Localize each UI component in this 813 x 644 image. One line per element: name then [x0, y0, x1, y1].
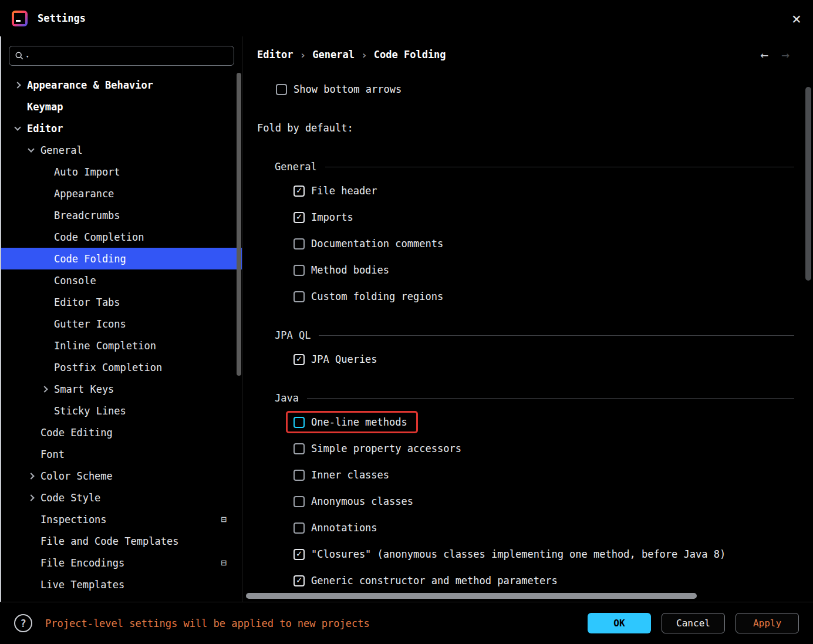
sidebar-item-file-encodings[interactable]: File Encodings⊟: [1, 552, 242, 574]
content-horizontal-scrollbar[interactable]: [246, 593, 697, 599]
sidebar-item-general[interactable]: General: [1, 139, 242, 161]
sidebar-item-color-scheme[interactable]: Color Scheme: [1, 465, 242, 487]
option-simple-property-accessors[interactable]: Simple property accessors: [294, 443, 461, 454]
checkbox-documentation-comments[interactable]: [294, 238, 305, 249]
checkbox-label[interactable]: Imports: [311, 211, 353, 223]
option-documentation-comments[interactable]: Documentation comments: [294, 238, 443, 249]
sidebar-item-inspections[interactable]: Inspections⊟: [1, 508, 242, 530]
sidebar-item-editor[interactable]: Editor: [1, 117, 242, 139]
search-history-caret-icon[interactable]: ▾: [26, 53, 29, 59]
checkbox-anonymous-classes[interactable]: [294, 496, 305, 507]
checkbox-inner-classes[interactable]: [294, 470, 305, 481]
option-custom-folding-regions[interactable]: Custom folding regions: [294, 291, 443, 302]
option-closures-anonymous-classes-implementing-one-method-before-java-8[interactable]: "Closures" (anonymous classes implementi…: [294, 548, 726, 560]
sidebar-item-label: Editor Tabs: [54, 296, 120, 308]
search-box[interactable]: ▾: [9, 46, 234, 66]
option-method-bodies[interactable]: Method bodies: [294, 264, 389, 276]
fold-groups: GeneralFile headerImportsDocumentation c…: [257, 161, 802, 586]
checkbox-label[interactable]: File header: [311, 185, 377, 197]
chevron-spacer: [40, 363, 49, 372]
checkbox-label[interactable]: Annotations: [311, 522, 377, 534]
sidebar-item-code-style[interactable]: Code Style: [1, 487, 242, 508]
checkbox-simple-property-accessors[interactable]: [294, 443, 305, 454]
chevron-right-icon[interactable]: [26, 471, 36, 481]
ok-button[interactable]: OK: [588, 613, 651, 633]
sidebar-item-gutter-icons[interactable]: Gutter Icons: [1, 313, 242, 335]
option-show-bottom-arrows[interactable]: Show bottom arrows: [276, 83, 402, 95]
checkbox-closures-anonymous-classes-implementing-one-method-before-java-8[interactable]: [294, 549, 305, 560]
sidebar-scrollbar[interactable]: [237, 73, 241, 376]
sidebar-item-inline-completion[interactable]: Inline Completion: [1, 335, 242, 356]
checkbox-custom-folding-regions[interactable]: [294, 291, 305, 302]
chevron-right-icon[interactable]: [40, 385, 49, 394]
help-icon[interactable]: ?: [14, 614, 32, 632]
option-anonymous-classes[interactable]: Anonymous classes: [294, 495, 413, 507]
sidebar-item-appearance[interactable]: Appearance: [1, 183, 242, 204]
checkbox-method-bodies[interactable]: [294, 265, 305, 276]
close-icon[interactable]: ×: [792, 11, 801, 26]
chevron-down-icon[interactable]: [26, 146, 36, 155]
checkbox-one-line-methods[interactable]: [294, 417, 305, 428]
option-generic-constructor-and-method-parameters[interactable]: Generic constructor and method parameter…: [294, 575, 558, 586]
checkbox-generic-constructor-and-method-parameters[interactable]: [294, 575, 305, 586]
checkbox-jpa-queries[interactable]: [294, 354, 305, 365]
option-inner-classes[interactable]: Inner classes: [294, 469, 389, 481]
sidebar-item-console[interactable]: Console: [1, 269, 242, 291]
sidebar-item-font[interactable]: Font: [1, 443, 242, 465]
chevron-right-icon[interactable]: [26, 493, 36, 503]
breadcrumb-code-folding: Code Folding: [374, 49, 446, 60]
sidebar-item-keymap[interactable]: Keymap: [1, 96, 242, 117]
checkbox-label[interactable]: Documentation comments: [311, 238, 443, 249]
breadcrumb-general[interactable]: General: [312, 49, 355, 60]
checkbox-label[interactable]: Generic constructor and method parameter…: [311, 575, 558, 586]
sidebar-item-live-templates[interactable]: Live Templates: [1, 574, 242, 595]
checkbox-show-bottom-arrows[interactable]: [276, 84, 287, 95]
chevron-spacer: [40, 254, 49, 264]
sidebar-item-code-completion[interactable]: Code Completion: [1, 226, 242, 248]
fold-by-default-label: Fold by default:: [257, 122, 802, 134]
search-input[interactable]: [31, 50, 228, 62]
sidebar-item-smart-keys[interactable]: Smart Keys: [1, 378, 242, 400]
checkbox-label[interactable]: One-line methods: [311, 416, 407, 428]
checkbox-label[interactable]: Simple property accessors: [311, 443, 461, 454]
sidebar-item-breadcrumbs[interactable]: Breadcrumbs: [1, 204, 242, 226]
sidebar-item-appearance-behavior[interactable]: Appearance & Behavior: [1, 74, 242, 96]
project-level-settings-icon: ⊟: [221, 514, 227, 525]
chevron-spacer: [13, 102, 22, 112]
chevron-right-icon[interactable]: [13, 80, 22, 90]
checkbox-annotations[interactable]: [294, 522, 305, 534]
option-annotations[interactable]: Annotations: [294, 522, 377, 534]
checkbox-label[interactable]: JPA Queries: [311, 353, 377, 365]
checkbox-label[interactable]: Show bottom arrows: [294, 83, 402, 95]
sidebar-item-postfix-completion[interactable]: Postfix Completion: [1, 356, 242, 378]
content-vertical-scrollbar[interactable]: [805, 87, 811, 281]
settings-tree: Appearance & BehaviorKeymapEditorGeneral…: [1, 73, 242, 595]
sidebar-item-code-editing[interactable]: Code Editing: [1, 422, 242, 443]
checkbox-imports[interactable]: [294, 212, 305, 223]
back-arrow-icon[interactable]: ←: [760, 48, 768, 62]
fold-group-java: JavaOne-line methodsSimple property acce…: [257, 392, 802, 586]
checkbox-label[interactable]: Inner classes: [311, 469, 389, 481]
checkbox-file-header[interactable]: [294, 186, 305, 197]
chevron-down-icon[interactable]: [13, 124, 22, 133]
sidebar-item-auto-import[interactable]: Auto Import: [1, 161, 242, 183]
sidebar-item-file-and-code-templates[interactable]: File and Code Templates: [1, 530, 242, 552]
sidebar-item-label: Editor: [27, 123, 63, 134]
checkbox-label[interactable]: Anonymous classes: [311, 495, 413, 507]
checkbox-label[interactable]: Method bodies: [311, 264, 389, 276]
option-jpa-queries[interactable]: JPA Queries: [294, 353, 377, 365]
sidebar-item-editor-tabs[interactable]: Editor Tabs: [1, 291, 242, 313]
checkbox-label[interactable]: "Closures" (anonymous classes implementi…: [311, 548, 726, 560]
option-one-line-methods[interactable]: One-line methods: [294, 416, 407, 428]
sidebar-item-code-folding[interactable]: Code Folding: [1, 248, 242, 269]
option-imports[interactable]: Imports: [294, 211, 353, 223]
sidebar-item-sticky-lines[interactable]: Sticky Lines: [1, 400, 242, 422]
option-file-header[interactable]: File header: [294, 185, 377, 197]
breadcrumb-editor[interactable]: Editor: [257, 49, 293, 60]
apply-button[interactable]: Apply: [736, 613, 799, 633]
cancel-button[interactable]: Cancel: [662, 613, 725, 633]
project-level-warning: Project-level settings will be applied t…: [45, 618, 370, 629]
divider-line: [325, 167, 794, 167]
checkbox-label[interactable]: Custom folding regions: [311, 291, 443, 302]
chevron-spacer: [40, 341, 49, 350]
